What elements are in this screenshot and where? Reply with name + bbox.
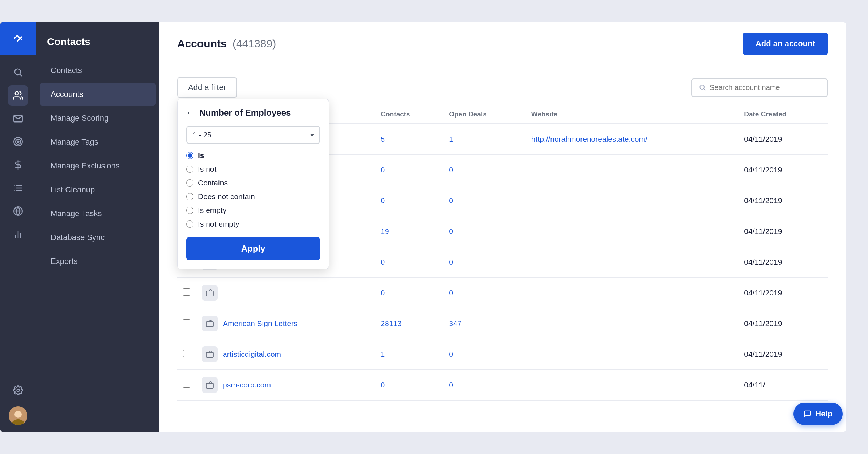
open-deals-count[interactable]: 0 (443, 216, 526, 247)
open-deals-count[interactable]: 0 (443, 185, 526, 216)
search-icon (699, 83, 706, 91)
company-name-cell: American Sign Letters (196, 308, 375, 339)
apply-button[interactable]: Apply (186, 237, 320, 260)
sidebar-icon-mail[interactable] (8, 108, 28, 129)
svg-point-20 (14, 411, 22, 418)
open-deals-count[interactable]: 1 (443, 124, 526, 155)
sidebar-icon-contacts[interactable] (8, 85, 28, 106)
sidebar-icon-search[interactable] (8, 62, 28, 82)
contacts-count[interactable]: 0 (375, 247, 443, 278)
website-link (526, 278, 738, 308)
open-deals-count[interactable]: 0 (443, 155, 526, 185)
filter-dropdown-header: ← Number of Employees (186, 108, 320, 118)
svg-rect-33 (206, 383, 213, 388)
contacts-count[interactable]: 28113 (375, 308, 443, 339)
radio-is-empty[interactable]: Is empty (186, 206, 320, 215)
sidebar-item-manage-tags[interactable]: Manage Tags (40, 131, 156, 153)
contacts-count[interactable]: 0 (375, 370, 443, 401)
open-deals-count[interactable]: 0 (443, 247, 526, 278)
sidebar-item-list-cleanup[interactable]: List Cleanup (40, 179, 156, 201)
search-input[interactable] (710, 83, 820, 92)
open-deals-count[interactable]: 0 (443, 339, 526, 370)
sidebar-item-database-sync[interactable]: Database Sync (40, 226, 156, 249)
row-checkbox[interactable] (183, 288, 190, 296)
filter-back-arrow[interactable]: ← (186, 108, 194, 117)
radio-is-not-empty-label: Is not empty (198, 220, 239, 228)
company-name-link[interactable]: American Sign Letters (223, 319, 298, 328)
col-contacts-header: Contacts (375, 105, 443, 124)
sidebar-icon-target[interactable] (8, 132, 28, 152)
company-icon (202, 377, 218, 393)
sidebar-item-exports[interactable]: Exports (40, 250, 156, 273)
page-title: Accounts (441389) (177, 38, 276, 50)
sidebar-item-contacts[interactable]: Contacts (40, 59, 156, 82)
company-icon (202, 316, 218, 331)
help-button[interactable]: Help (793, 403, 843, 425)
radio-is-input[interactable] (186, 152, 193, 159)
radio-is-not[interactable]: Is not (186, 165, 320, 174)
row-checkbox[interactable] (183, 350, 190, 357)
website-link (526, 370, 738, 401)
contacts-count[interactable]: 5 (375, 124, 443, 155)
contacts-count[interactable]: 0 (375, 278, 443, 308)
svg-rect-31 (206, 322, 213, 327)
text-sidebar: Contacts Contacts Accounts Manage Scorin… (36, 22, 159, 432)
sidebar-item-manage-exclusions[interactable]: Manage Exclusions (40, 155, 156, 177)
sidebar-icon-list[interactable] (8, 178, 28, 198)
open-deals-count[interactable]: 347 (443, 308, 526, 339)
website-link (526, 185, 738, 216)
filter-value-select[interactable]: 1 - 25 26 - 50 51 - 100 101 - 250 251 - … (186, 126, 320, 144)
company-name-link[interactable]: artisticdigital.com (223, 350, 281, 359)
radio-does-not-contain-input[interactable] (186, 193, 193, 200)
svg-line-1 (20, 74, 22, 76)
help-icon (804, 410, 812, 418)
website-link[interactable]: http://norahmorenorealestate.com/ (526, 124, 738, 155)
col-open-deals-header: Open Deals (443, 105, 526, 124)
add-account-button[interactable]: Add an account (743, 33, 828, 55)
website-link (526, 339, 738, 370)
contacts-count[interactable]: 19 (375, 216, 443, 247)
user-avatar[interactable] (9, 406, 27, 425)
sidebar-item-manage-scoring[interactable]: Manage Scoring (40, 107, 156, 129)
company-name-link[interactable]: psm-corp.com (223, 381, 271, 389)
open-deals-count[interactable]: 0 (443, 370, 526, 401)
contacts-count[interactable]: 1 (375, 339, 443, 370)
radio-does-not-contain[interactable]: Does not contain (186, 192, 320, 201)
radio-is-not-empty[interactable]: Is not empty (186, 220, 320, 228)
svg-rect-32 (206, 352, 213, 357)
date-created: 04/11/ (738, 370, 828, 401)
company-icon (202, 346, 218, 362)
row-checkbox[interactable] (183, 319, 190, 326)
radio-is-empty-input[interactable] (186, 207, 193, 214)
col-date-created-header: Date Created (738, 105, 828, 124)
sidebar-title: Contacts (36, 29, 159, 59)
sidebar-icon-settings[interactable] (8, 380, 28, 401)
col-website-header: Website (526, 105, 738, 124)
sidebar-icon-dollar[interactable] (8, 155, 28, 175)
sidebar-icon-globe[interactable] (8, 201, 28, 221)
website-link (526, 216, 738, 247)
toolbar: Add a filter ← Number of Employees 1 - 2… (159, 66, 846, 105)
contacts-count[interactable]: 0 (375, 155, 443, 185)
radio-is-label: Is (198, 151, 204, 160)
svg-line-23 (704, 89, 705, 90)
radio-is-not-empty-input[interactable] (186, 220, 193, 228)
sidebar-logo[interactable] (0, 22, 36, 55)
radio-is[interactable]: Is (186, 151, 320, 160)
icon-sidebar (0, 22, 36, 432)
contacts-count[interactable]: 0 (375, 185, 443, 216)
sidebar-item-accounts[interactable]: Accounts (40, 83, 156, 106)
radio-is-empty-label: Is empty (198, 206, 226, 215)
sidebar-item-manage-tasks[interactable]: Manage Tasks (40, 202, 156, 225)
radio-is-not-input[interactable] (186, 166, 193, 173)
add-filter-button[interactable]: Add a filter (177, 77, 237, 98)
radio-contains[interactable]: Contains (186, 179, 320, 187)
page-title-text: Accounts (177, 38, 227, 50)
radio-does-not-contain-label: Does not contain (198, 192, 255, 201)
radio-contains-input[interactable] (186, 179, 193, 187)
open-deals-count[interactable]: 0 (443, 278, 526, 308)
sidebar-icon-chart[interactable] (8, 224, 28, 244)
table-row: 0 0 04/11/2019 (177, 278, 828, 308)
radio-is-not-label: Is not (198, 165, 216, 174)
row-checkbox[interactable] (183, 381, 190, 388)
